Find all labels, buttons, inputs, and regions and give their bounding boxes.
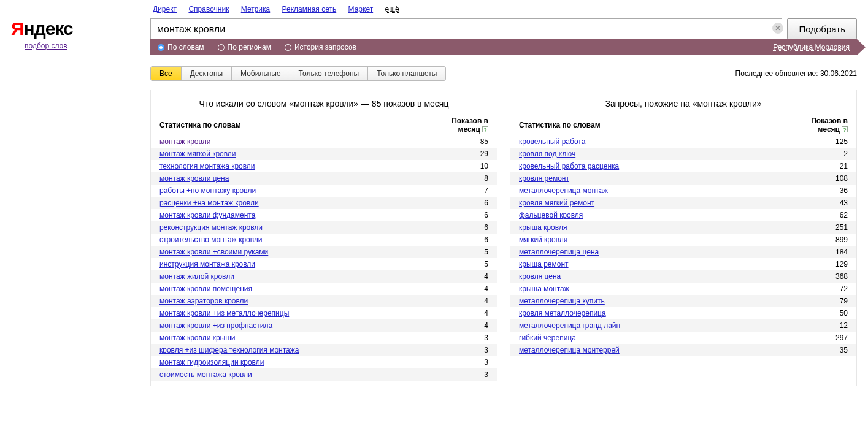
tab-desktop[interactable]: Десктопы [182, 67, 232, 80]
table-row: металлочерепица гранд лайн12 [510, 319, 856, 332]
shows-value: 72 [805, 284, 848, 293]
keyword-link[interactable]: монтаж кровли +из металлочерепицы [159, 309, 289, 318]
table-row: крыша ремонт129 [510, 258, 856, 270]
keyword-link[interactable]: инструкция монтажа кровли [159, 260, 255, 269]
shows-value: 4 [445, 321, 488, 330]
keyword-link[interactable]: монтаж кровли помещения [159, 284, 252, 293]
keyword-link[interactable]: металлочерепица монтеррей [519, 346, 620, 354]
col-shows: Показов в месяц? [445, 116, 488, 134]
submit-button[interactable]: Подобрать [787, 18, 857, 39]
tab-phones[interactable]: Только телефоны [290, 67, 369, 80]
shows-value: 6 [445, 235, 488, 244]
top-nav-direct[interactable]: Директ [153, 5, 177, 13]
top-nav-market[interactable]: Маркет [348, 5, 374, 13]
keyword-link[interactable]: реконструкция монтаж кровли [159, 223, 263, 232]
table-header: Статистика по словам Показов в месяц? [151, 115, 497, 135]
shows-value: 3 [445, 370, 488, 379]
keyword-link[interactable]: монтаж кровли фундамента [159, 211, 255, 219]
help-icon[interactable]: ? [482, 126, 488, 132]
table-row: работы +по монтажу кровли7 [151, 185, 497, 197]
filter-history[interactable]: История запросов [285, 43, 356, 51]
last-update: Последнее обновление: 30.06.2021 [735, 69, 857, 78]
last-update-label: Последнее обновление: [735, 69, 818, 78]
shows-value: 125 [805, 137, 848, 146]
keyword-link[interactable]: металлочерепица гранд лайн [519, 321, 620, 330]
table-row: кровля ремонт108 [510, 172, 856, 185]
table-row: металлочерепица цена184 [510, 246, 856, 258]
search-input[interactable] [150, 18, 782, 39]
keyword-link[interactable]: фальцевой кровля [519, 211, 583, 219]
logo[interactable]: Яндекс [11, 18, 150, 39]
table-row: кровля +из шифера технология монтажа3 [151, 344, 497, 356]
region-selector[interactable]: Республика Мордовия [773, 43, 850, 51]
keyword-link[interactable]: кровля металлочерепица [519, 309, 606, 318]
table-row: мягкий кровля899 [510, 234, 856, 246]
keyword-link[interactable]: кровля цена [519, 272, 561, 281]
top-nav-adnet[interactable]: Рекламная сеть [282, 5, 337, 13]
table-row: расценки +на монтаж кровли6 [151, 197, 497, 209]
keyword-link[interactable]: крыша монтаж [519, 284, 569, 293]
keyword-link[interactable]: металлочерепица монтаж [519, 186, 608, 195]
keyword-link[interactable]: строительство монтаж кровли [159, 235, 263, 244]
table-row: металлочерепица монтаж36 [510, 185, 856, 197]
keyword-link[interactable]: кровля мягкий ремонт [519, 199, 594, 207]
shows-value: 35 [805, 346, 848, 354]
top-nav: Директ Справочник Метрика Рекламная сеть… [150, 0, 857, 18]
table-header: Статистика по словам Показов в месяц? [510, 115, 856, 135]
shows-value: 36 [805, 186, 848, 195]
keyword-link[interactable]: кровельный работа [519, 137, 585, 146]
keyword-link[interactable]: крыша кровля [519, 223, 567, 232]
keyword-link[interactable]: стоимость монтажа кровли [159, 370, 252, 379]
shows-value: 62 [805, 211, 848, 219]
keyword-link[interactable]: мягкий кровля [519, 235, 567, 244]
table-row: кровля цена368 [510, 270, 856, 283]
filter-by-regions[interactable]: По регионам [218, 43, 271, 51]
keyword-link[interactable]: монтаж кровли +из профнастила [159, 321, 272, 330]
table-row: кровельный работа расценка21 [510, 160, 856, 172]
table-row: монтаж жилой кровли4 [151, 270, 497, 283]
keyword-link[interactable]: технология монтажа кровли [159, 162, 255, 170]
keyword-link[interactable]: металлочерепица цена [519, 248, 599, 256]
panel-similar-title: Запросы, похожие на «монтаж кровли» [510, 96, 856, 115]
keyword-link[interactable]: металлочерепица купить [519, 297, 605, 305]
filter-by-words[interactable]: По словам [158, 43, 204, 51]
keyword-link[interactable]: монтаж гидроизоляции кровли [159, 358, 264, 367]
shows-value: 21 [805, 162, 848, 170]
table-row: монтаж кровли помещения4 [151, 283, 497, 295]
keyword-link[interactable]: гибкий черепица [519, 333, 576, 342]
last-update-value: 30.06.2021 [820, 69, 857, 78]
shows-value: 5 [445, 248, 488, 256]
top-nav-sprav[interactable]: Справочник [188, 5, 229, 13]
keyword-link[interactable]: монтаж кровли крыши [159, 333, 236, 342]
logo-subtitle-link[interactable]: подбор слов [25, 42, 150, 50]
shows-value: 3 [445, 358, 488, 367]
tab-mobile[interactable]: Мобильные [232, 67, 290, 80]
clear-icon[interactable]: ✕ [772, 23, 783, 34]
table-row: монтаж кровли цена8 [151, 172, 497, 185]
keyword-link[interactable]: крыша ремонт [519, 260, 569, 269]
tab-tablets[interactable]: Только планшеты [368, 67, 445, 80]
table-row: монтаж гидроизоляции кровли3 [151, 356, 497, 368]
panel-words: Что искали со словом «монтаж кровли» — 8… [150, 90, 497, 386]
table-row: стоимость монтажа кровли3 [151, 368, 497, 381]
keyword-link[interactable]: монтаж кровли [159, 137, 210, 146]
keyword-link[interactable]: монтаж жилой кровли [159, 272, 234, 281]
keyword-link[interactable]: кровля под ключ [519, 150, 575, 158]
keyword-link[interactable]: монтаж кровли +своими руками [159, 248, 268, 256]
keyword-link[interactable]: работы +по монтажу кровли [159, 186, 256, 195]
keyword-link[interactable]: монтаж кровли цена [159, 174, 229, 183]
keyword-link[interactable]: монтаж мягкой кровли [159, 150, 236, 158]
top-nav-more[interactable]: ещё [385, 5, 399, 13]
table-row: технология монтажа кровли10 [151, 160, 497, 172]
shows-value: 4 [445, 284, 488, 293]
table-row: кровельный работа125 [510, 135, 856, 148]
keyword-link[interactable]: монтаж аэраторов кровли [159, 297, 248, 305]
help-icon[interactable]: ? [842, 126, 848, 132]
keyword-link[interactable]: кровельный работа расценка [519, 162, 619, 170]
tab-all[interactable]: Все [151, 67, 182, 80]
keyword-link[interactable]: кровля +из шифера технология монтажа [159, 346, 299, 354]
keyword-link[interactable]: расценки +на монтаж кровли [159, 199, 259, 207]
filter-label: По регионам [228, 43, 271, 51]
top-nav-metrika[interactable]: Метрика [241, 5, 270, 13]
keyword-link[interactable]: кровля ремонт [519, 174, 569, 183]
